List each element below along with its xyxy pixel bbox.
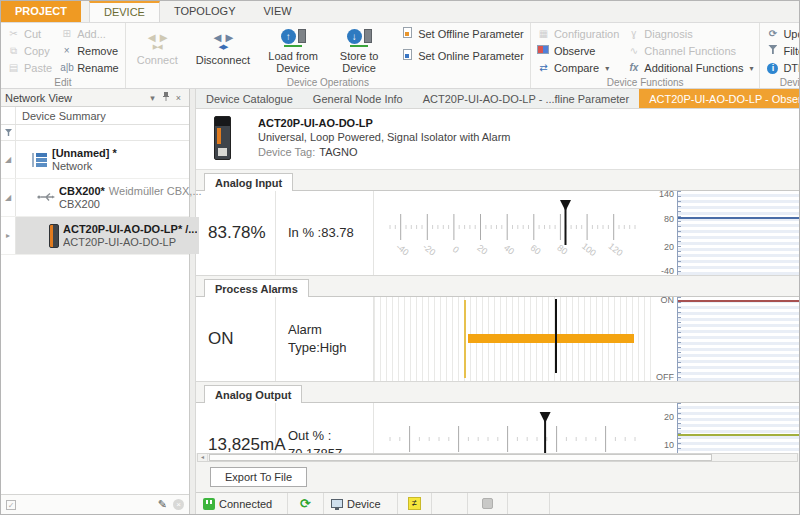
analog-input-gauge: -40-20020406080100120: [374, 191, 651, 275]
ribbon-group-label-edit: Edit: [1, 77, 125, 88]
analog-output-detail: Out % : 70.17857: [276, 403, 374, 453]
doc-tab-general-node-info[interactable]: General Node Info: [303, 89, 413, 108]
doc-tab-device-catalogue[interactable]: Device Catalogue: [196, 89, 303, 108]
connection-status: Connected: [196, 493, 288, 514]
rename-button[interactable]: a|bRename: [60, 61, 119, 75]
analog-input-detail: In % :83.78: [276, 191, 374, 275]
status-bar: Connected ⟳ Device ≠: [196, 492, 799, 514]
edit-pencil-icon[interactable]: ✎: [158, 498, 167, 511]
load-from-device-button[interactable]: ↑ Load from Device: [263, 25, 323, 76]
tree-item-act20p[interactable]: ▸ ACT20P-UI-AO-DO-LP* /... ACT20P-UI-AO-…: [1, 217, 189, 255]
cut-icon: ✂: [7, 28, 20, 40]
set-offline-parameter-button[interactable]: Set Offline Parameter: [401, 27, 524, 41]
ribbon-group-label-device-operations: Device Operations: [126, 77, 530, 88]
copy-button[interactable]: ⧉Copy: [7, 44, 52, 58]
paste-button[interactable]: ▤Paste: [7, 61, 52, 75]
tree-item-network[interactable]: ◢ [Unnamed] * Network: [1, 141, 189, 179]
tree-item-sub: Network: [52, 160, 117, 173]
device-monitor-icon: [331, 499, 343, 508]
cut-button[interactable]: ✂Cut: [7, 27, 52, 41]
doc-tab-offline-parameter[interactable]: ACT20P-UI-AO-DO-LP - ...fline Parameter: [413, 89, 639, 108]
compare-button[interactable]: ⇄Compare▾: [537, 61, 619, 75]
checkbox-icon[interactable]: ✓: [6, 500, 16, 510]
device-tag-value: TAGNO: [319, 146, 357, 158]
device-image: [214, 116, 231, 160]
compare-dropdown-icon: ▾: [605, 64, 609, 73]
tree-item-cbx200[interactable]: ◢ CBX200*Weidmüller CBX,... CBX200: [1, 179, 189, 217]
section-analog-output: Analog Output 13,825mA Out % : 70.17857 …: [196, 384, 799, 453]
filter-on-allowed-button[interactable]: Filter on Allowed: [766, 44, 800, 58]
usb-icon: [37, 190, 55, 206]
expander-icon[interactable]: ◢: [1, 179, 16, 216]
remove-button[interactable]: ×Remove: [60, 44, 119, 58]
tree-item-name: CBX200*: [59, 185, 105, 197]
export-to-file-button[interactable]: Export To File: [210, 467, 307, 487]
process-alarm-type: Alarm Type:High: [276, 297, 374, 381]
tree-filter-row[interactable]: [1, 125, 189, 141]
connect-button[interactable]: ◄►▶◀ Connect: [132, 25, 183, 76]
expander-icon[interactable]: ▸: [1, 217, 16, 254]
channel-functions-button[interactable]: ∿Channel Functions: [627, 44, 753, 58]
tree-item-sub: CBX200: [59, 198, 202, 211]
update-catalogue-button[interactable]: ⟳Update Catalogue: [766, 27, 800, 41]
store-to-device-button[interactable]: ↓ Store to Device: [331, 25, 387, 76]
svg-text:80: 80: [555, 243, 569, 257]
configuration-icon: ▦: [537, 28, 550, 40]
section-tab-analog-input[interactable]: Analog Input: [204, 173, 293, 191]
additional-functions-icon: fx: [627, 62, 640, 74]
section-tab-analog-output[interactable]: Analog Output: [204, 385, 302, 403]
tab-view[interactable]: VIEW: [249, 1, 305, 22]
observe-button[interactable]: Observe: [537, 44, 619, 58]
tab-project[interactable]: PROJECT: [1, 1, 81, 22]
configuration-button[interactable]: ▦Configuration: [537, 27, 619, 41]
device-header: ACT20P-UI-AO-DO-LP Universal, Loop Power…: [196, 109, 799, 170]
diagnosis-icon: ɣ: [627, 28, 640, 40]
scrollbar-thumb[interactable]: [209, 454, 712, 461]
svg-text:20: 20: [475, 243, 489, 257]
tab-topology[interactable]: TOPOLOGY: [160, 1, 250, 22]
application-window: PROJECT DEVICE TOPOLOGY VIEW ✂Cut ⧉Copy …: [0, 0, 800, 515]
ribbon-group-label-device-catalogue: Device Catalogue: [760, 77, 800, 88]
rename-icon: a|b: [60, 62, 73, 74]
load-from-device-icon: ↑: [281, 29, 306, 47]
tab-device[interactable]: DEVICE: [89, 1, 160, 22]
dtm-info-button[interactable]: iDTM Info: [766, 61, 800, 75]
analog-output-trend-chart: 2010: [651, 403, 799, 453]
panel-menu-icon[interactable]: ▾: [146, 93, 159, 103]
device-tag-label: Device Tag:: [258, 146, 315, 158]
refresh-icon: ⟳: [300, 496, 311, 511]
device-summary-header: Device Summary: [16, 110, 106, 122]
scroll-left-icon[interactable]: ◂: [198, 454, 208, 461]
panel-close-icon[interactable]: ×: [172, 93, 185, 103]
clear-icon[interactable]: ×: [173, 499, 184, 510]
device-title: ACT20P-UI-AO-DO-LP: [258, 117, 373, 129]
analog-input-trend-chart: 1408020-40: [651, 191, 799, 275]
svg-text:60: 60: [529, 243, 543, 257]
not-equal-status: ≠: [398, 493, 432, 514]
tree-item-name: ACT20P-UI-AO-DO-LP* /...: [63, 223, 197, 236]
info-icon: i: [767, 63, 778, 74]
network-view-panel: Network View ▾ × Device Summary ◢ [: [1, 89, 190, 514]
set-online-parameter-button[interactable]: Set Online Parameter: [401, 49, 524, 63]
horizontal-scrollbar[interactable]: ◂: [197, 453, 798, 462]
connect-icon: ◄►▶◀: [145, 32, 169, 49]
tree-item-extra: Weidmüller CBX,...: [109, 185, 202, 197]
set-online-parameter-icon: [403, 49, 412, 60]
indicator-icon: [482, 498, 493, 509]
refresh-status: ⟳: [288, 493, 324, 514]
svg-text:-20: -20: [421, 242, 437, 258]
pin-icon[interactable]: [159, 92, 172, 103]
doc-tab-observe[interactable]: ACT20P-UI-AO-DO-LP - Observe ×: [639, 89, 800, 108]
additional-functions-button[interactable]: fxAdditional Functions▾: [627, 61, 753, 75]
section-tab-process-alarms[interactable]: Process Alarms: [204, 279, 309, 297]
expander-icon[interactable]: ◢: [1, 141, 16, 178]
ribbon-group-device-operations: ◄►▶◀ Connect ◄►◀▶ Disconnect ↑ Load from…: [126, 23, 531, 88]
disconnect-button[interactable]: ◄►◀▶ Disconnect: [191, 25, 255, 76]
store-to-device-icon: ↓: [347, 29, 372, 47]
diagnosis-button[interactable]: ɣDiagnosis: [627, 27, 753, 41]
channel-functions-icon: ∿: [627, 45, 640, 57]
process-alarm-state: ON: [196, 297, 276, 381]
add-button[interactable]: ⊞Add...: [60, 27, 119, 41]
section-analog-input: Analog Input 83.78% In % :83.78 -40-2002…: [196, 172, 799, 276]
svg-text:0: 0: [451, 244, 461, 255]
